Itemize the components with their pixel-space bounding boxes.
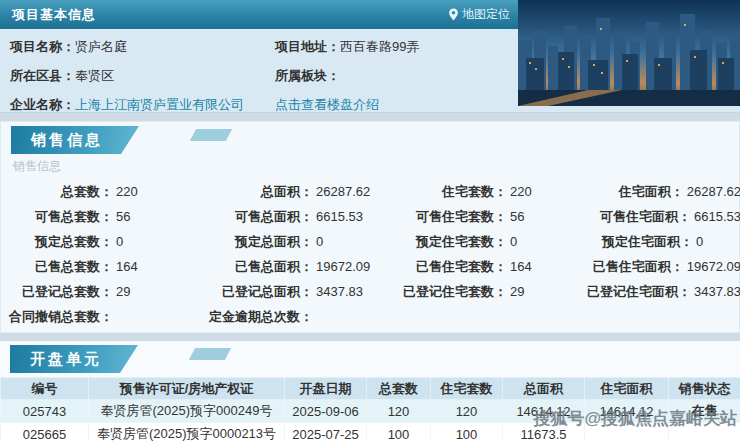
field-project-address: 项目地址： 西百春路99弄: [275, 38, 520, 56]
field-label: 已售总套数：: [5, 258, 113, 276]
ribbon-tail-decoration: [190, 129, 232, 141]
view-intro-link[interactable]: 点击查看楼盘介绍: [275, 96, 379, 114]
field-value: 26287.62: [687, 184, 740, 199]
cell-license: 奉贤房管(2025)预字000249号: [89, 400, 285, 423]
field-value: 19672.09: [687, 259, 740, 274]
field-value: 3437.83: [316, 284, 363, 299]
sales-field-registered-units: 已登记总套数： 29: [5, 283, 205, 301]
col-header-sale-status: 销售状态: [669, 378, 740, 400]
sales-field-sold-resi-units: 已售住宅套数： 164: [399, 258, 585, 276]
opening-units-title: 开盘单元: [30, 350, 102, 367]
opening-units-header: 开盘单元: [0, 345, 740, 373]
sales-field-resi-area: 住宅面积： 26287.62: [585, 183, 740, 201]
field-value: 0: [316, 234, 323, 249]
sales-field-registered-resi-area: 已登记住宅面积： 3437.83: [585, 283, 740, 301]
field-label: 预定总套数：: [5, 233, 113, 251]
cell-total-area: 11673.5: [503, 423, 585, 441]
field-label: 预定住宅面积：: [585, 233, 693, 251]
page: 项目基本信息 地图定位 项目名称： 贤庐名庭 项目地址： 西百春路99弄 所在区…: [0, 0, 740, 441]
field-district: 所在区县： 奉贤区: [10, 67, 275, 85]
col-header-open-date: 开盘日期: [285, 378, 367, 400]
sales-field-resi-units: 住宅套数： 220: [399, 183, 585, 201]
basic-info-title: 项目基本信息: [0, 6, 96, 24]
field-label: 已登记住宅面积：: [585, 283, 691, 301]
basic-info-panel: 项目基本信息 地图定位 项目名称： 贤庐名庭 项目地址： 西百春路99弄 所在区…: [0, 0, 740, 113]
field-value: 29: [116, 284, 130, 299]
sales-field-sellable-resi-units: 可售住宅套数： 56: [399, 208, 585, 226]
sales-field-total-area: 总面积： 26287.62: [205, 183, 399, 201]
field-value: 56: [116, 209, 130, 224]
cell-license: 奉贤房管(2025)预字0000213号: [89, 423, 285, 441]
sales-field-sold-area: 已售总面积： 19672.09: [205, 258, 399, 276]
sales-field-contract-cancel-units: 合同撤销总套数：: [5, 308, 205, 326]
sales-info-panel: 销售信息 销售信息 总套数： 220 总面积： 26287.62 住宅套数： 2…: [0, 121, 740, 333]
field-label: 可售住宅面积：: [585, 208, 691, 226]
status-badge: [669, 423, 740, 441]
col-header-license: 预售许可证/房地产权证: [89, 378, 285, 400]
sales-field-sold-units: 已售总套数： 164: [5, 258, 205, 276]
field-label: 定金逾期总次数：: [205, 308, 313, 326]
field-label: 合同撤销总套数：: [5, 308, 113, 326]
field-value: 56: [510, 209, 524, 224]
field-value: 0: [510, 234, 517, 249]
col-header-resi-units: 住宅套数: [431, 378, 503, 400]
cell-total-units: 100: [367, 423, 431, 441]
cell-open-date: 2025-09-06: [285, 400, 367, 423]
cell-resi-area: 14614.12: [585, 400, 669, 423]
sales-field-reserved-units: 预定总套数： 0: [5, 233, 205, 251]
city-skyline-illustration: [518, 0, 740, 106]
sales-info-ribbon: 销售信息: [11, 126, 139, 154]
field-value: 3437.83: [694, 284, 740, 299]
field-value: 西百春路99弄: [340, 38, 419, 56]
company-name-link[interactable]: 上海上江南贤庐置业有限公司: [75, 96, 244, 114]
field-value: 0: [696, 234, 703, 249]
field-label: 住宅套数：: [399, 183, 507, 201]
table-row: 025665 奉贤房管(2025)预字0000213号 2025-07-25 1…: [1, 423, 740, 441]
field-label: 住宅面积：: [585, 183, 684, 201]
col-header-resi-area: 住宅面积: [585, 378, 669, 400]
field-label: 已售总面积：: [205, 258, 313, 276]
sales-field-sellable-resi-area: 可售住宅面积： 6615.53: [585, 208, 740, 226]
cell-total-area: 14614.12: [503, 400, 585, 423]
field-label: 已售住宅套数：: [399, 258, 507, 276]
cell-total-units: 120: [367, 400, 431, 423]
field-value: 29: [510, 284, 524, 299]
field-value: 220: [116, 184, 138, 199]
sales-info-title: 销售信息: [31, 131, 103, 148]
cell-number: 025743: [1, 400, 89, 423]
field-label: 总套数：: [5, 183, 113, 201]
cell-resi-units: 120: [431, 400, 503, 423]
sales-field-reserved-area: 预定总面积： 0: [205, 233, 399, 251]
field-label: 所在区县：: [10, 67, 75, 85]
opening-units-ribbon: 开盘单元: [10, 345, 138, 373]
cell-open-date: 2025-07-25: [285, 423, 367, 441]
field-project-name: 项目名称： 贤庐名庭: [10, 38, 275, 56]
field-label: 项目名称：: [10, 38, 75, 56]
sales-field-deposit-overdue-count: 定金逾期总次数：: [205, 308, 399, 326]
field-value: 贤庐名庭: [75, 38, 127, 56]
col-header-number: 编号: [1, 378, 89, 400]
sales-info-header: 销售信息: [1, 126, 739, 154]
basic-info-fields: 项目名称： 贤庐名庭 项目地址： 西百春路99弄 所在区县： 奉贤区 所属板块：…: [0, 38, 515, 114]
field-label: 可售住宅套数：: [399, 208, 507, 226]
sales-field-sold-resi-area: 已售住宅面积： 19672.09: [585, 258, 740, 276]
field-block: 所属板块：: [275, 67, 520, 85]
field-intro-link: 点击查看楼盘介绍: [275, 96, 520, 114]
field-value: 奉贤区: [75, 67, 114, 85]
field-label: 企业名称：: [10, 96, 75, 114]
sales-field-reserved-resi-units: 预定住宅套数： 0: [399, 233, 585, 251]
map-pin-icon: [448, 8, 459, 21]
field-value: 6615.53: [694, 209, 740, 224]
field-value: 220: [510, 184, 532, 199]
table-row: 025743 奉贤房管(2025)预字000249号 2025-09-06 12…: [1, 400, 740, 423]
sales-field-total-units: 总套数： 220: [5, 183, 205, 201]
project-photo: [518, 0, 740, 106]
field-value: 26287.62: [316, 184, 370, 199]
field-label: 预定住宅套数：: [399, 233, 507, 251]
cell-number: 025665: [1, 423, 89, 441]
map-locate-link[interactable]: 地图定位: [448, 0, 510, 29]
field-label: 所属板块：: [275, 67, 340, 85]
table-header-row: 编号 预售许可证/房地产权证 开盘日期 总套数 住宅套数 总面积 住宅面积 销售…: [1, 378, 740, 400]
field-label: 已登记住宅套数：: [399, 283, 507, 301]
sales-field-sellable-area: 可售总面积： 6615.53: [205, 208, 399, 226]
